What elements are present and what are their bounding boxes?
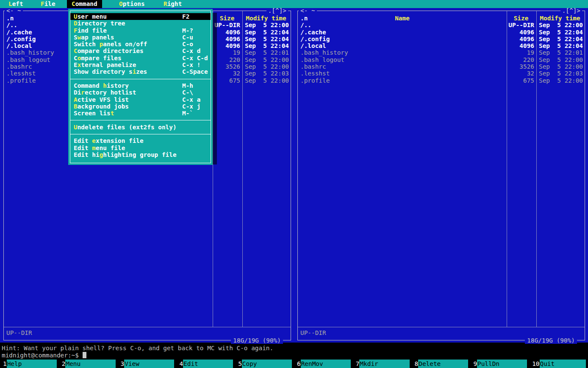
file-row-bashrc[interactable]: .bashrc3526Sep 5 22:00 — [298, 63, 584, 70]
menu-item-active-vfs-list[interactable]: Active VFS listC-x a — [70, 96, 211, 103]
menu-item-background-jobs[interactable]: Background jobsC-x j — [70, 103, 211, 110]
menu-bar: LeftFileCommandOptionsRight — [0, 0, 588, 8]
menu-item-label: Switch panels on/off — [74, 41, 182, 47]
file-mtime: Sep 5 22:03 — [536, 70, 584, 77]
menu-item-edit-extension-file[interactable]: Edit extension file — [70, 137, 211, 144]
file-row-[interactable]: /..UP--DIRSep 5 22:00 — [298, 22, 584, 28]
menu-item-shortcut: M-? — [182, 27, 211, 34]
menubar-item-file[interactable]: File — [41, 0, 55, 8]
file-list-right: .nName Size Modify time /..UP--DIRSep 5 … — [298, 15, 584, 84]
fkey-menu[interactable]: 2Menu — [59, 360, 118, 368]
menu-item-label: Find file — [74, 27, 182, 34]
menubar-item-left[interactable]: Left — [8, 0, 23, 8]
menu-item-shortcut: M-` — [182, 110, 211, 117]
file-row-config[interactable]: /.config4096Sep 5 22:04 — [298, 36, 584, 42]
fkey-pulldn[interactable]: 9PullDn — [470, 360, 529, 368]
menu-item-shortcut: M-h — [182, 82, 211, 89]
file-size: 4096 — [506, 36, 536, 42]
fkey-number: 9 — [470, 360, 477, 368]
panel-right-frame: <- ~ .[^]> .nName Size Modify time /..UP… — [297, 11, 585, 340]
menu-item-switch-panels-on-off[interactable]: Switch panels on/offC-o — [70, 41, 211, 47]
menu-item-label: External panelize — [74, 61, 182, 68]
function-key-bar: 1Help2Menu3View4Edit5Copy6RenMov7Mkdir8D… — [0, 360, 588, 368]
menubar-item-command[interactable]: Command — [67, 0, 102, 8]
file-mtime: Sep 5 22:00 — [242, 77, 290, 84]
file-mtime: Sep 5 22:00 — [536, 56, 584, 63]
menu-item-shortcut: C-x C-d — [182, 55, 211, 61]
fkey-copy[interactable]: 5Copy — [235, 360, 294, 368]
file-size: 32 — [506, 70, 536, 77]
fkey-edit[interactable]: 4Edit — [176, 360, 235, 368]
file-name: /.. — [298, 22, 506, 28]
menu-item-edit-highlighting-group-file[interactable]: Edit highlighting group file — [70, 151, 211, 158]
file-name: /.local — [298, 42, 506, 49]
menu-item-shortcut: C-x j — [182, 103, 211, 110]
menu-item-find-file[interactable]: Find fileM-? — [70, 27, 211, 34]
file-row-cache[interactable]: /.cache4096Sep 5 22:04 — [298, 29, 584, 36]
menu-item-compare-directories[interactable]: Compare directoriesC-x d — [70, 47, 211, 54]
panel-right: <- ~ .[^]> .nName Size Modify time /..UP… — [294, 8, 588, 343]
panel-right-updir-button[interactable]: .[^]> — [560, 7, 582, 14]
fkey-help[interactable]: 1Help — [0, 360, 59, 368]
column-header-name[interactable]: .nName — [298, 15, 506, 22]
column-header-size[interactable]: Size — [506, 15, 536, 22]
column-header-mtime[interactable]: Modify time — [536, 15, 584, 22]
file-name: .profile — [298, 77, 506, 84]
fkey-renmov[interactable]: 6RenMov — [294, 360, 353, 368]
file-row-profile[interactable]: .profile675Sep 5 22:00 — [298, 77, 584, 84]
file-row-bash-history[interactable]: .bash_history19Sep 5 22:01 — [298, 49, 584, 56]
menu-item-shortcut — [182, 151, 211, 158]
menu-item-label: User menu — [74, 13, 182, 20]
fkey-quit[interactable]: 10Quit — [529, 360, 588, 368]
file-row-lesshst[interactable]: .lesshst32Sep 5 22:03 — [298, 70, 584, 77]
fkey-mkdir[interactable]: 7Mkdir — [353, 360, 412, 368]
file-mtime: Sep 5 22:01 — [536, 49, 584, 56]
menu-item-label: Active VFS list — [74, 96, 182, 103]
shell-prompt[interactable]: midnight@commander:~$ — [2, 352, 86, 359]
file-name: .bash_history — [298, 49, 506, 56]
menu-item-directory-tree[interactable]: Directory tree — [70, 20, 211, 27]
fkey-label: Menu — [65, 360, 115, 368]
menu-item-screen-list[interactable]: Screen listM-` — [70, 110, 211, 117]
menu-item-shortcut: C-Space — [182, 68, 211, 75]
menu-item-label: Command history — [74, 82, 182, 89]
file-name: /.config — [298, 36, 506, 42]
file-row-bash-logout[interactable]: .bash_logout220Sep 5 22:00 — [298, 56, 584, 63]
fkey-number: 3 — [118, 360, 125, 368]
fkey-number: 8 — [412, 360, 419, 368]
menu-item-swap-panels[interactable]: Swap panelsC-u — [70, 34, 211, 41]
fkey-view[interactable]: 3View — [118, 360, 177, 368]
fkey-delete[interactable]: 8Delete — [412, 360, 471, 368]
menu-item-label: Directory tree — [74, 20, 182, 27]
menu-item-edit-menu-file[interactable]: Edit menu file — [70, 145, 211, 151]
menubar-item-options[interactable]: Options — [119, 0, 145, 8]
menu-separator — [70, 117, 211, 123]
menubar-item-right[interactable]: Right — [164, 0, 182, 8]
menu-item-label: Screen list — [74, 110, 182, 117]
fkey-number: 5 — [235, 360, 242, 368]
menu-item-show-directory-sizes[interactable]: Show directory sizesC-Space — [70, 68, 211, 75]
mc-terminal-screen: LeftFileCommandOptionsRight <- ~ .[^]> .… — [0, 0, 588, 368]
file-name: .lesshst — [298, 70, 506, 77]
file-row-local[interactable]: /.local4096Sep 5 22:04 — [298, 42, 584, 49]
column-header-mtime[interactable]: Modify time — [242, 15, 290, 22]
file-size: 19 — [506, 49, 536, 56]
sort-indicator: .n — [6, 15, 14, 22]
file-mtime: Sep 5 22:00 — [242, 56, 290, 63]
menu-item-shortcut — [182, 20, 211, 27]
menu-item-label: Edit highlighting group file — [74, 151, 182, 158]
menu-item-shortcut: C-\ — [182, 89, 211, 96]
file-size: 4096 — [506, 29, 536, 36]
menu-item-command-history[interactable]: Command historyM-h — [70, 82, 211, 89]
menu-item-compare-files[interactable]: Compare filesC-x C-d — [70, 55, 211, 61]
file-name: /.cache — [298, 29, 506, 36]
file-size: UP--DIR — [506, 22, 536, 28]
menu-item-label: Edit extension file — [74, 137, 182, 144]
menu-item-user-menu[interactable]: User menuF2 — [70, 13, 211, 20]
menu-item-undelete-files-ext2fs-only[interactable]: Undelete files (ext2fs only) — [70, 124, 211, 131]
menu-item-directory-hotlist[interactable]: Directory hotlistC-\ — [70, 89, 211, 96]
hint-line: Hint: Want your plain shell? Press C-o, … — [2, 345, 273, 351]
menu-item-external-panelize[interactable]: External panelizeC-x ! — [70, 61, 211, 68]
panel-left-updir-button[interactable]: .[^]> — [266, 7, 288, 14]
sort-indicator: .n — [300, 15, 308, 22]
